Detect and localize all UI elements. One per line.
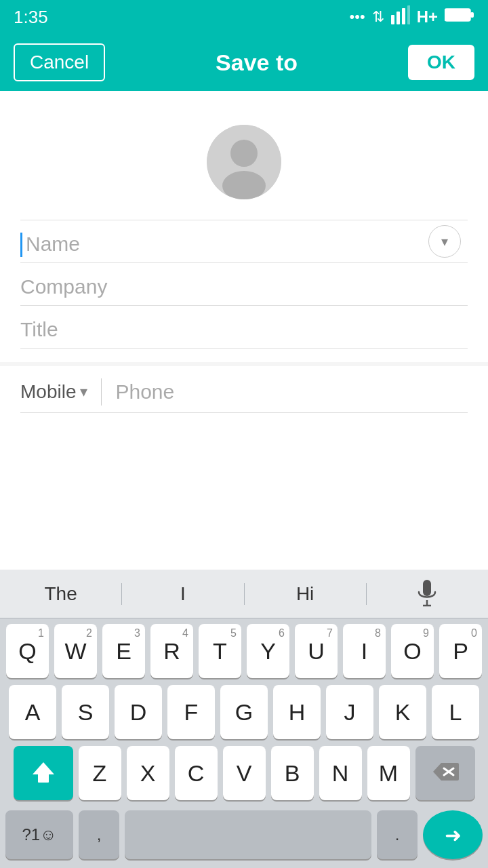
key-s[interactable]: S — [62, 685, 109, 739]
key-v[interactable]: V — [223, 746, 266, 800]
shift-key[interactable] — [14, 746, 73, 800]
name-dropdown-button[interactable]: ▾ — [428, 225, 461, 258]
svg-rect-3 — [407, 5, 410, 24]
ok-button[interactable]: OK — [408, 45, 474, 80]
key-n[interactable]: N — [319, 746, 362, 800]
svg-rect-1 — [396, 12, 400, 24]
period-key[interactable]: . — [377, 810, 418, 859]
network-type-label: H+ — [417, 7, 438, 26]
space-key[interactable] — [125, 810, 371, 859]
data-transfer-icon: ⇅ — [372, 8, 384, 26]
phone-section: Mobile ▾ — [0, 366, 488, 413]
keyboard-row-1: 1Q 2W 3E 4R 5T 6Y 7U 8I 9O 0P — [4, 624, 484, 678]
signal-dots-icon: ••• — [350, 8, 365, 26]
svg-rect-5 — [470, 12, 474, 18]
name-input[interactable] — [20, 233, 468, 256]
key-y[interactable]: 6Y — [247, 624, 289, 678]
enter-key[interactable]: ➜ — [423, 810, 483, 859]
suggestions-row: The I Hi — [0, 570, 488, 618]
svg-rect-13 — [38, 780, 49, 783]
chevron-down-icon: ▾ — [441, 233, 448, 250]
key-w[interactable]: 2W — [54, 624, 97, 678]
svg-rect-2 — [402, 8, 405, 24]
name-field: ▾ — [20, 220, 468, 263]
phone-row: Mobile ▾ — [20, 366, 468, 413]
svg-marker-12 — [33, 762, 54, 781]
suggestion-i[interactable]: I — [122, 583, 244, 605]
company-input[interactable] — [20, 275, 468, 298]
svg-point-8 — [222, 171, 266, 199]
keyboard-bottom-row: ?1☺ , . ➜ — [0, 807, 488, 868]
comma-key[interactable]: , — [79, 810, 119, 859]
key-d[interactable]: D — [115, 685, 162, 739]
svg-rect-9 — [423, 580, 431, 596]
phone-vertical-divider — [101, 378, 102, 406]
phone-type-selector[interactable]: Mobile ▾ — [20, 381, 101, 403]
comma-label: , — [97, 825, 102, 844]
key-l[interactable]: L — [432, 685, 479, 739]
svg-point-7 — [230, 140, 258, 167]
avatar[interactable] — [207, 125, 281, 199]
header-bar: Cancel Save to OK — [0, 34, 488, 91]
cancel-button[interactable]: Cancel — [14, 43, 105, 81]
svg-rect-0 — [391, 15, 394, 24]
key-m[interactable]: M — [367, 746, 410, 800]
content-area: ▾ — [0, 91, 488, 362]
signal-bars-icon — [391, 5, 410, 28]
key-e[interactable]: 3E — [102, 624, 145, 678]
phone-input[interactable] — [115, 380, 468, 403]
key-t[interactable]: 5T — [199, 624, 241, 678]
numbers-symbols-label: ?1☺ — [22, 825, 56, 844]
battery-icon — [445, 7, 474, 26]
key-q[interactable]: 1Q — [6, 624, 49, 678]
key-a[interactable]: A — [9, 685, 56, 739]
suggestion-hi[interactable]: Hi — [245, 583, 367, 605]
enter-arrow-icon: ➜ — [445, 823, 462, 847]
avatar-container — [20, 111, 468, 220]
key-i[interactable]: 8I — [343, 624, 386, 678]
period-label: . — [395, 825, 400, 844]
key-f[interactable]: F — [167, 685, 215, 739]
key-j[interactable]: J — [326, 685, 373, 739]
title-input[interactable] — [20, 318, 468, 341]
suggestion-the[interactable]: The — [0, 583, 122, 605]
status-bar: 1:35 ••• ⇅ H+ — [0, 0, 488, 34]
keyboard-row-2: A S D F G H J K L — [4, 685, 484, 739]
status-icons: ••• ⇅ H+ — [350, 5, 474, 28]
phone-type-chevron-icon: ▾ — [80, 383, 87, 401]
keyboard-row-3: Z X C V B N M — [4, 746, 484, 800]
svg-rect-4 — [445, 9, 470, 21]
page-title: Save to — [216, 50, 298, 76]
company-field — [20, 263, 468, 306]
key-u[interactable]: 7U — [295, 624, 338, 678]
key-rows: 1Q 2W 3E 4R 5T 6Y 7U 8I 9O 0P A S D F G … — [0, 618, 488, 800]
microphone-icon[interactable] — [367, 580, 488, 608]
text-cursor — [20, 233, 22, 257]
numbers-symbols-key[interactable]: ?1☺ — [5, 810, 73, 859]
key-c[interactable]: C — [175, 746, 218, 800]
key-k[interactable]: K — [379, 685, 426, 739]
key-z[interactable]: Z — [79, 746, 121, 800]
key-r[interactable]: 4R — [150, 624, 193, 678]
key-p[interactable]: 0P — [439, 624, 482, 678]
status-time: 1:35 — [14, 7, 48, 28]
key-x[interactable]: X — [127, 746, 169, 800]
title-field — [20, 306, 468, 349]
key-o[interactable]: 9O — [391, 624, 434, 678]
key-b[interactable]: B — [271, 746, 314, 800]
phone-type-label: Mobile — [20, 381, 76, 403]
key-h[interactable]: H — [273, 685, 321, 739]
delete-key[interactable] — [415, 746, 475, 800]
key-g[interactable]: G — [220, 685, 268, 739]
keyboard: The I Hi 1Q 2W 3E 4R 5T 6Y 7U 8I 9O 0P — [0, 570, 488, 868]
